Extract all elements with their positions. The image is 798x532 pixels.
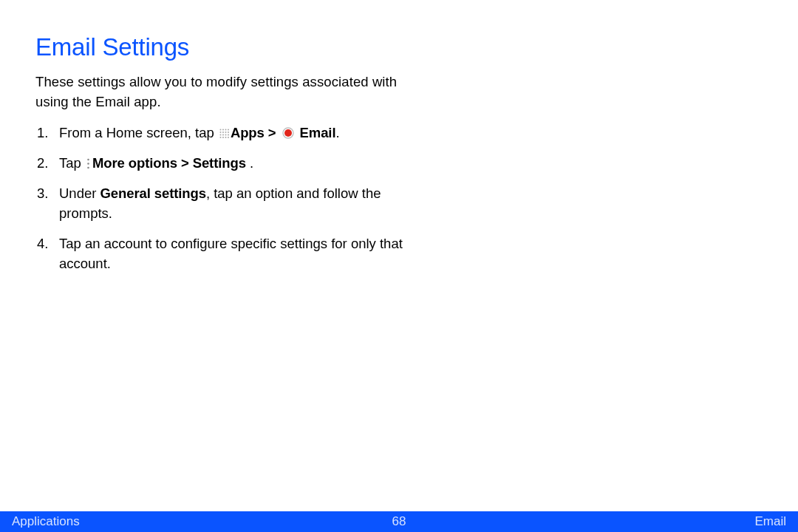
svg-point-18: [87, 159, 89, 161]
step-1-end: .: [335, 125, 339, 140]
footer-topic: Email: [412, 514, 786, 529]
svg-point-4: [219, 132, 221, 133]
svg-point-13: [222, 137, 224, 138]
apps-label: Apps >: [231, 125, 280, 140]
svg-point-8: [219, 134, 221, 136]
general-settings-label: General settings: [100, 185, 206, 201]
more-options-label: More options > Settings: [92, 155, 246, 171]
svg-point-11: [228, 134, 229, 136]
step-1: From a Home screen, tap Apps >: [59, 123, 423, 143]
svg-point-1: [222, 129, 224, 131]
step-3: Under General settings, tap an option an…: [59, 184, 423, 224]
svg-point-7: [228, 132, 229, 133]
svg-point-5: [222, 132, 224, 133]
step-3-pre: Under: [59, 185, 100, 201]
svg-point-12: [219, 137, 221, 138]
email-app-icon: [282, 125, 294, 137]
svg-point-9: [222, 134, 224, 136]
step-2-end: .: [246, 155, 253, 171]
step-1-pre: From a Home screen, tap: [59, 125, 218, 140]
svg-point-3: [228, 129, 229, 131]
svg-point-14: [225, 137, 226, 138]
svg-point-2: [225, 129, 226, 131]
step-2-pre: Tap: [59, 155, 85, 171]
email-label: Email: [296, 125, 336, 140]
svg-point-20: [87, 167, 89, 169]
apps-grid-icon: [219, 124, 229, 134]
svg-point-19: [87, 163, 89, 165]
svg-point-17: [284, 129, 292, 137]
svg-point-6: [225, 132, 226, 133]
page-footer: Applications 68 Email: [0, 511, 798, 532]
svg-point-15: [228, 137, 229, 138]
more-options-icon: [86, 155, 91, 166]
footer-section-title: Applications: [12, 514, 386, 529]
intro-text: These settings allow you to modify setti…: [35, 72, 423, 112]
svg-point-0: [219, 129, 221, 131]
svg-point-10: [225, 134, 226, 136]
footer-page-number: 68: [386, 514, 412, 529]
step-4: Tap an account to configure specific set…: [59, 234, 423, 274]
step-2: Tap More options > Settings .: [59, 154, 423, 174]
page-title: Email Settings: [35, 30, 423, 65]
